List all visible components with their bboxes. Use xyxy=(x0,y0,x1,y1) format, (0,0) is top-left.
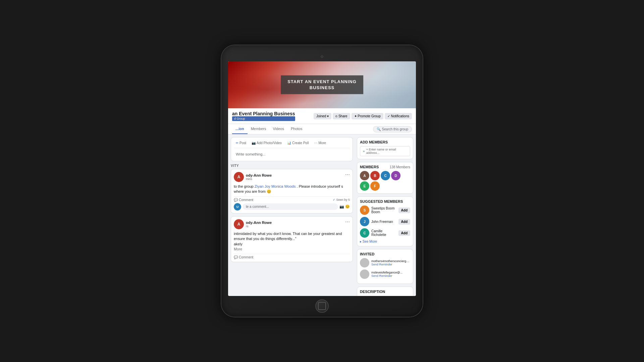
send-reminder-1-button[interactable]: Send Reminder xyxy=(371,263,410,266)
feed-column: ✏ Post 📷 Add Photo/Video 📊 Create Poll xyxy=(228,134,356,296)
suggested-name-1: Sweetips Boom Boom xyxy=(371,206,396,214)
invited-info-1: mothers4mothersconcierge@... Send Remind… xyxy=(371,259,410,266)
commenter-avatar: U xyxy=(234,203,241,210)
tablet-camera xyxy=(321,55,323,58)
joined-button[interactable]: Joined ▾ xyxy=(314,113,331,119)
member-avatar-2[interactable]: B xyxy=(370,171,380,180)
add-members-section: ADD MEMBERS + + Enter name or email addr… xyxy=(357,137,413,159)
post-card-2: A ody-Ann Rowe rs ⋯ intimidated by what … xyxy=(231,216,353,262)
suggested-name-3: Camille Richolette xyxy=(371,229,396,237)
tablet-home-button[interactable] xyxy=(315,299,329,313)
post-author-avatar-2: A xyxy=(234,219,244,229)
suggested-avatar-3: C xyxy=(360,228,369,238)
comment-icon-2: 💬 xyxy=(234,255,238,259)
read-more-button[interactable]: More xyxy=(234,247,242,251)
post-author-info-2: A ody-Ann Rowe rs xyxy=(234,219,272,229)
write-post-button[interactable]: ✏ Post xyxy=(234,140,248,146)
write-post-icon: ✏ xyxy=(236,141,238,145)
more-icon: ⋯ xyxy=(314,141,317,145)
add-member-3-button[interactable]: Add xyxy=(398,230,410,236)
create-poll-button[interactable]: 📊 Create Poll xyxy=(285,140,311,146)
post-body: to the group Ziyan Joy Monica Woods . Pl… xyxy=(234,184,350,194)
post-link[interactable]: Ziyan Joy Monica Woods xyxy=(255,184,296,188)
post-author-avatar: A xyxy=(234,172,244,182)
members-section: MEMBERS 138 Members A B C D E F xyxy=(357,162,413,194)
members-count: 138 Members xyxy=(390,165,410,169)
add-members-input[interactable]: + + Enter name or email address... xyxy=(360,146,410,156)
send-reminder-2-button[interactable]: Send Reminder xyxy=(371,274,410,278)
tab-photos[interactable]: Photos xyxy=(287,124,306,134)
see-more-members-button[interactable]: ▸ See More xyxy=(360,240,410,243)
member-avatar-4[interactable]: D xyxy=(391,171,400,180)
comment-button-2[interactable]: 💬 Comment xyxy=(234,255,253,259)
group-type-badge: d Group xyxy=(232,116,295,121)
sticker-icon: 😊 xyxy=(345,204,350,209)
group-identity: an Event Planning Business d Group xyxy=(232,111,295,121)
write-something-placeholder[interactable]: Write something... xyxy=(234,150,350,158)
post-more-button-2[interactable]: ⋯ xyxy=(345,219,350,225)
post-header-2: A ody-Ann Rowe rs ⋯ xyxy=(234,219,350,229)
members-header: MEMBERS 138 Members xyxy=(360,165,410,169)
suggested-avatar-2: J xyxy=(360,217,369,226)
group-actions: Joined ▾ ⎋ Share ✦ Promote Group ✓ Notif… xyxy=(314,113,412,119)
main-content: ✏ Post 📷 Add Photo/Video 📊 Create Poll xyxy=(228,134,416,296)
right-sidebar: ADD MEMBERS + + Enter name or email addr… xyxy=(356,134,416,296)
description-section: DESCRIPTION This is the rebellious event… xyxy=(357,287,413,296)
post-time-2: rs xyxy=(246,225,272,228)
notifications-button[interactable]: ✓ Notifications xyxy=(385,113,412,119)
suggested-name-2: John Freeman xyxy=(371,220,396,224)
post-author-name[interactable]: ody-Ann Rowe xyxy=(246,173,272,177)
member-avatar-1[interactable]: A xyxy=(360,171,369,180)
tablet-screen: START AN EVENT PLANNING BUSINESS an Even… xyxy=(228,61,416,296)
seen-by-indicator: ✓ Seen by 5 xyxy=(333,198,350,201)
post-author-name-2[interactable]: ody-Ann Rowe xyxy=(246,221,272,225)
more-options-button[interactable]: ⋯ More xyxy=(312,140,328,146)
description-text: This is the rebellious event planning bu… xyxy=(360,296,410,296)
post-footer: 💬 Comment ✓ Seen by 5 xyxy=(234,196,350,202)
invited-email-1: mothers4mothersconcierge@... xyxy=(371,259,410,263)
suggested-members-title: SUGGESTED MEMBERS xyxy=(360,199,410,203)
checkmark-icon: ✓ xyxy=(333,198,335,201)
plus-icon: + xyxy=(363,149,365,153)
post-create-box: ✏ Post 📷 Add Photo/Video 📊 Create Poll xyxy=(231,137,353,161)
add-member-2-button[interactable]: Add xyxy=(398,219,410,225)
tab-videos[interactable]: Videos xyxy=(270,124,287,134)
promote-group-button[interactable]: ✦ Promote Group xyxy=(352,113,383,119)
comment-icon: 💬 xyxy=(234,198,238,202)
invited-title: INVITED xyxy=(360,252,410,256)
member-avatar-6[interactable]: F xyxy=(370,181,380,191)
post-text-extra: akely xyxy=(234,242,350,247)
invited-avatar-1 xyxy=(360,258,369,267)
add-member-1-button[interactable]: Add xyxy=(398,207,410,213)
author-details: ody-Ann Rowe mins xyxy=(246,173,272,181)
photo-icon: 📷 xyxy=(252,141,256,145)
add-photo-video-button[interactable]: 📷 Add Photo/Video xyxy=(250,140,284,146)
invited-row-1: mothers4mothersconcierge@... Send Remind… xyxy=(360,258,410,267)
post-body-2: intimidated by what you don't know. That… xyxy=(234,231,350,252)
invited-row-2: msleveiofellegance@... Send Reminder xyxy=(360,269,410,279)
add-members-title: ADD MEMBERS xyxy=(360,140,410,144)
cover-photo: START AN EVENT PLANNING BUSINESS xyxy=(228,61,416,108)
suggested-member-1: S Sweetips Boom Boom Add xyxy=(360,205,410,215)
post-footer-2: 💬 Comment xyxy=(234,254,350,259)
post-time: mins xyxy=(246,177,272,181)
post-text: intimidated by what you don't know. That… xyxy=(234,231,350,242)
member-avatar-5[interactable]: E xyxy=(360,181,369,191)
tab-members[interactable]: Members xyxy=(248,124,270,134)
member-avatar-3[interactable]: C xyxy=(381,171,390,180)
search-icon: 🔍 xyxy=(377,127,381,131)
group-name: an Event Planning Business xyxy=(232,111,295,116)
tab-discussion[interactable]: ...ion xyxy=(232,124,248,134)
comment-button[interactable]: 💬 Comment xyxy=(234,198,253,202)
invited-section: INVITED mothers4mothersconcierge@... Sen… xyxy=(357,249,413,284)
group-search-box[interactable]: 🔍 Search this group xyxy=(373,126,412,132)
activity-label: VITY xyxy=(231,164,353,168)
suggested-member-3: C Camille Richolette Add xyxy=(360,228,410,238)
invited-avatar-2 xyxy=(360,269,369,279)
suggested-avatar-1: S xyxy=(360,205,369,215)
comment-input[interactable]: te a comment... xyxy=(243,203,338,210)
invited-info-2: msleveiofellegance@... Send Reminder xyxy=(371,271,410,278)
post-more-button[interactable]: ⋯ xyxy=(345,172,350,177)
share-button[interactable]: ⎋ Share xyxy=(333,113,350,119)
comment-input-icons: 📷 😊 xyxy=(339,204,350,209)
